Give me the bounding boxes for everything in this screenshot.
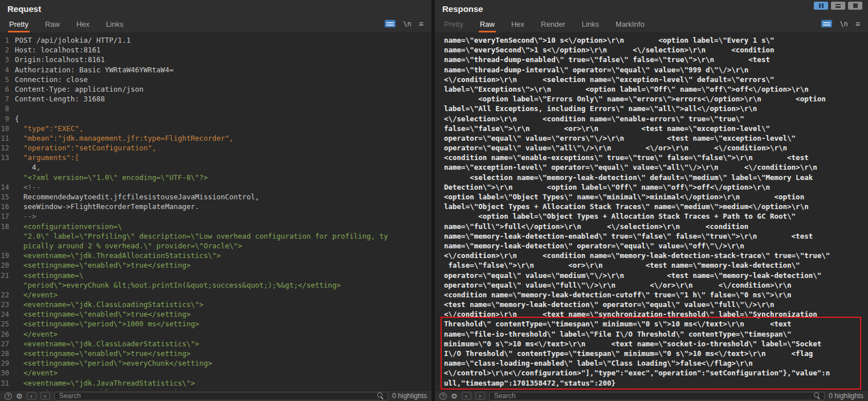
line-number: 12: [0, 144, 15, 153]
code-line: 5Connection: close: [0, 75, 431, 84]
request-search-input[interactable]: [58, 391, 378, 400]
columns-icon: [819, 3, 821, 8]
line-number: 17: [0, 212, 15, 222]
code-text: name=\"thread-dump-enabled\" true=\"fals…: [444, 55, 770, 64]
wrap-toggle-icon[interactable]: [385, 20, 396, 27]
response-tab-pretty[interactable]: Pretty: [443, 17, 464, 32]
response-tab-markinfo[interactable]: MarkInfo: [614, 17, 646, 32]
code-text: <settingname=\"enabled\">true</setting>: [15, 310, 191, 318]
response-editor-toolbar: \n ≡: [821, 17, 860, 32]
code-text: <settingname=\"enabled\">true</setting>: [15, 349, 191, 358]
line-number: 30: [0, 369, 15, 378]
code-text: Threshold\" contentType=\"timespan\" min…: [444, 320, 792, 328]
code-line: 24 <settingname=\"enabled\">true</settin…: [0, 309, 431, 319]
response-search-box: [489, 392, 825, 400]
code-text: <\/condition>\r\n <selection name=\"exce…: [444, 75, 774, 84]
code-line: 3Origin:localhost:8161: [0, 55, 431, 64]
response-tab-links[interactable]: Links: [581, 17, 600, 32]
prev-match-button[interactable]: ‹: [27, 392, 36, 400]
request-panel-title: Request: [7, 4, 41, 14]
line-number: 15: [0, 193, 15, 202]
line-number: 29: [0, 359, 15, 369]
code-text: label=\"All Exceptions, including Errors…: [444, 104, 757, 113]
next-match-button[interactable]: ›: [40, 392, 50, 400]
code-text: <!--: [15, 183, 40, 191]
code-line: 23 <eventname=\"jdk.ClassLoadingStatisti…: [0, 300, 431, 309]
code-line: 4Authorization: Basic YWRtaW46YWRtaW4=: [0, 65, 431, 75]
layout-single-button[interactable]: [848, 2, 862, 10]
help-icon[interactable]: ?: [439, 392, 447, 400]
code-text: Detection\">\r\n <option label=\"Off\" n…: [444, 183, 770, 191]
layout-rows-button[interactable]: [831, 2, 845, 10]
code-line: 22 </event>: [0, 290, 431, 300]
code-line: <selection name=\"memory-leak-detection\…: [435, 173, 868, 182]
code-text: name=\"exception-level\" operator=\"equa…: [444, 163, 817, 171]
code-line: ull,"timestamp":1701358472,"status":200}: [435, 378, 868, 388]
line-number: 11: [0, 134, 15, 144]
settings-gear-icon[interactable]: ⚙: [451, 392, 458, 400]
code-text: <test name=\"memory-leak-detection\" ope…: [444, 300, 774, 309]
code-text: pically around 2 % overhead.\" provider=…: [15, 242, 242, 250]
code-text: <selection name=\"memory-leak-detection\…: [444, 173, 813, 182]
code-line: 15 Recommendedwaytoedit.jfcfilesistouseJ…: [0, 192, 431, 202]
code-line: 14 <!--: [0, 182, 431, 192]
code-text: operator=\"equal\" value=\"all\"\/>\r\n …: [444, 144, 787, 152]
newline-chars-icon[interactable]: \n: [840, 20, 847, 28]
newline-chars-icon[interactable]: \n: [403, 20, 411, 28]
code-text: <condition name=\"memory-leak-detection-…: [444, 290, 792, 299]
code-line: 31 <eventname=\"jdk.JavaThreadStatistics…: [0, 378, 431, 388]
request-tab-links[interactable]: Links: [105, 17, 124, 32]
code-line: name=\"everyTenSecond\">10 s<\/option>\r…: [435, 35, 868, 45]
code-line: "period\">everyChunk &lt;%out.printIn(&q…: [0, 280, 431, 290]
code-line: name=\"memory-leak-detection-enabled\" t…: [435, 231, 868, 241]
code-text: Content-Type: application/json: [15, 85, 144, 93]
response-tab-render[interactable]: Render: [540, 17, 567, 32]
next-match-button[interactable]: ›: [475, 392, 485, 400]
request-tab-hex[interactable]: Hex: [75, 17, 91, 32]
request-highlights-count: 0 highlights: [392, 392, 427, 400]
line-number: 13: [0, 153, 15, 163]
code-line: 20 <settingname=\"enabled\">true</settin…: [0, 260, 431, 270]
code-line: 8: [0, 104, 431, 113]
code-text: Authorization: Basic YWRtaW46YWRtaW4=: [15, 66, 173, 74]
line-number: 5: [0, 75, 15, 85]
code-text: <configurationversion=\: [15, 222, 122, 231]
code-line: 11 "mbean":"jdk.management.jfr:type=Flig…: [0, 133, 431, 143]
editor-menu-icon[interactable]: ≡: [855, 19, 860, 28]
request-panel: Request Pretty Raw Hex Links \n ≡ 1POST …: [0, 0, 431, 401]
code-text: name=\"everyTenSecond\">10 s<\/option>\r…: [444, 36, 774, 44]
search-icon[interactable]: [814, 392, 821, 399]
request-tabbar: Pretty Raw Hex Links \n ≡: [0, 17, 431, 33]
request-tab-raw[interactable]: Raw: [44, 17, 61, 32]
line-number: 22: [0, 290, 15, 300]
response-tab-hex[interactable]: Hex: [510, 17, 525, 32]
request-tab-pretty[interactable]: Pretty: [8, 17, 30, 32]
code-line: <\/condition>\r\n <selection name=\"exce…: [435, 75, 868, 84]
response-editor[interactable]: name=\"everyTenSecond\">10 s<\/option>\r…: [435, 33, 868, 390]
wrap-toggle-icon[interactable]: [821, 20, 832, 27]
code-line: Threshold\" contentType=\"timespan\" min…: [435, 319, 868, 329]
code-text: operator=\"equal\" value=\"medium\"\/>\r…: [444, 271, 821, 280]
code-line: 16 seeWindow->FlightRecorderTemplateMana…: [0, 202, 431, 211]
prev-match-button[interactable]: ‹: [462, 392, 471, 400]
code-line: 26 </event>: [0, 329, 431, 339]
help-icon[interactable]: ?: [5, 392, 12, 400]
response-search-input[interactable]: [493, 391, 814, 400]
code-text: "type":"EXEC",: [15, 124, 83, 133]
request-editor[interactable]: 1POST /api/jolokia/ HTTP/1.12Host: local…: [0, 33, 431, 390]
code-line: 12 "operation":"setConfiguration",: [0, 143, 431, 153]
single-pane-icon: [853, 3, 858, 8]
response-tab-raw[interactable]: Raw: [479, 17, 496, 32]
code-line: 1POST /api/jolokia/ HTTP/1.1: [0, 35, 431, 45]
editor-menu-icon[interactable]: ≡: [419, 19, 423, 28]
code-line: I\/O Threshold\" contentType=\"timespan\…: [435, 349, 868, 358]
code-line: <option label=\"Object Types\" name=\"mi…: [435, 192, 868, 202]
settings-gear-icon[interactable]: ⚙: [16, 392, 23, 400]
line-number: 27: [0, 339, 15, 349]
code-text: Recommendedwaytoedit.jfcfilesistouseJava…: [15, 193, 259, 201]
line-number: 26: [0, 330, 15, 339]
layout-columns-button[interactable]: [814, 2, 828, 10]
code-text: <settingname=\"period\">1000 ms</setting…: [15, 320, 199, 328]
search-icon[interactable]: [377, 392, 384, 399]
request-search-box: [54, 392, 389, 400]
